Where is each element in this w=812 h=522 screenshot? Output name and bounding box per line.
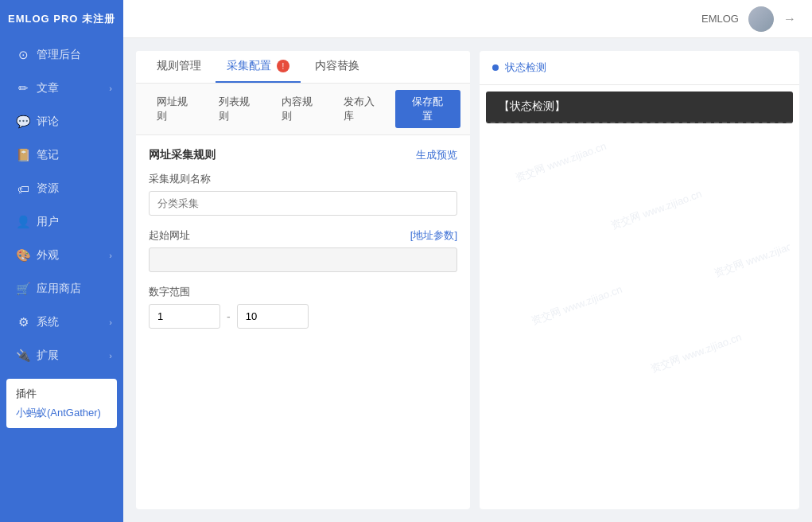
topbar-right: EMLOG → [701, 6, 796, 32]
avatar[interactable] [748, 6, 774, 32]
tab-rules[interactable]: 规则管理 [146, 51, 212, 83]
watermark-5: 资交网 www.zijiao.cn [649, 330, 744, 376]
sidebar-item-resource[interactable]: 🏷 资源 [0, 172, 123, 205]
watermark-area: 资交网 www.zijiao.cn 资交网 www.zijiao.cn 资交网 … [489, 139, 790, 500]
user-icon: 👤 [16, 215, 30, 229]
sidebar-item-system[interactable]: ⚙ 系统 › [0, 306, 123, 339]
topbar: EMLOG PRO 未注册 EMLOG → [0, 0, 812, 38]
rule-name-group: 采集规则名称 [149, 172, 457, 216]
sidebar-item-article[interactable]: ✏ 文章 › [0, 72, 123, 105]
start-url-group: 起始网址 [地址参数] [149, 228, 457, 272]
extend-icon: 🔌 [16, 349, 30, 363]
tab-list-rule[interactable]: 列表规则 [208, 90, 270, 128]
sidebar-item-label: 扩展 [37, 349, 59, 363]
range-from-input[interactable] [149, 304, 220, 329]
tab-url-rule[interactable]: 网址规则 [146, 90, 208, 128]
watermark-3: 资交网 www.zijiao.cn [713, 235, 790, 281]
url-input[interactable] [149, 247, 457, 272]
sidebar-item-label: 外观 [37, 248, 59, 263]
appstore-icon: 🛒 [16, 282, 30, 296]
avatar-image [748, 6, 774, 32]
sidebar-item-label: 文章 [37, 81, 59, 95]
sidebar-item-note[interactable]: 📔 笔记 [0, 138, 123, 172]
plugin-box: 插件 小蚂蚁(AntGather) [6, 379, 117, 428]
sidebar-item-appstore[interactable]: 🛒 应用商店 [0, 272, 123, 306]
tab-collect[interactable]: 采集配置 ! [216, 51, 301, 83]
topbar-emlog-label: EMLOG [701, 13, 739, 25]
logout-button[interactable]: → [783, 12, 796, 26]
tab-publish[interactable]: 发布入库 [332, 90, 394, 128]
sidebar-item-label: 应用商店 [37, 282, 81, 296]
tab-row-1: 规则管理 采集配置 ! 内容替换 [136, 51, 470, 84]
range-separator: - [227, 310, 231, 323]
form-area: 网址采集规则 生成预览 采集规则名称 起始网址 [地址参数] 数字范围 [136, 135, 470, 509]
tab-content-rule[interactable]: 内容规则 [270, 90, 332, 128]
sidebar-item-user[interactable]: 👤 用户 [0, 205, 123, 239]
save-config-button[interactable]: 保存配置 [395, 90, 460, 128]
appearance-icon: 🎨 [16, 248, 30, 263]
range-inputs: - [149, 304, 457, 329]
comment-icon: 💬 [16, 115, 30, 129]
watermark-1: 资交网 www.zijiao.cn [514, 139, 609, 185]
range-to-input[interactable] [237, 304, 309, 329]
plugin-box-title: 插件 [16, 387, 107, 401]
chevron-right-icon: › [109, 351, 112, 360]
watermark-2: 资交网 www.zijiao.cn [609, 187, 705, 233]
status-dark-bar: 【状态检测】 [486, 92, 793, 123]
range-label: 数字范围 [149, 285, 457, 299]
section-title: 网址采集规则 生成预览 [149, 148, 457, 162]
tab-replace[interactable]: 内容替换 [304, 51, 371, 83]
collect-badge: ! [277, 60, 289, 72]
chevron-right-icon: › [109, 317, 112, 327]
dashboard-icon: ⊙ [16, 48, 30, 62]
article-icon: ✏ [16, 81, 30, 95]
tab-row-2: 网址规则 列表规则 内容规则 发布入库 保存配置 [136, 84, 470, 135]
right-panel: 状态检测 【状态检测】 资交网 www.zijiao.cn 资交网 www.zi… [480, 51, 799, 509]
status-indicator [492, 64, 499, 71]
generate-preview-link[interactable]: 生成预览 [416, 148, 457, 162]
status-title: 状态检测 [505, 60, 546, 75]
sidebar-item-label: 用户 [37, 215, 59, 229]
url-label: 起始网址 [149, 228, 190, 243]
rule-name-label: 采集规则名称 [149, 172, 457, 186]
sidebar-item-extend[interactable]: 🔌 扩展 › [0, 339, 123, 372]
sidebar-item-label: 笔记 [37, 148, 59, 162]
sidebar-item-appearance[interactable]: 🎨 外观 › [0, 239, 123, 272]
sidebar-item-label: 管理后台 [37, 48, 81, 62]
range-group: 数字范围 - [149, 285, 457, 329]
system-icon: ⚙ [16, 315, 30, 329]
resource-icon: 🏷 [16, 182, 30, 196]
right-panel-header: 状态检测 [480, 51, 799, 85]
sidebar: ⊙ 管理后台 ✏ 文章 › 💬 评论 📔 笔记 🏷 资源 👤 用户 🎨 外观 › [0, 38, 123, 522]
sidebar-item-label: 系统 [37, 315, 59, 329]
chevron-right-icon: › [109, 84, 112, 93]
chevron-right-icon: › [109, 251, 112, 260]
right-panel-body: 资交网 www.zijiao.cn 资交网 www.zijiao.cn 资交网 … [480, 130, 799, 509]
sidebar-item-label: 评论 [37, 115, 59, 129]
note-icon: 📔 [16, 148, 30, 162]
watermark-4: 资交网 www.zijiao.cn [530, 282, 625, 329]
url-params-link[interactable]: [地址参数] [410, 228, 457, 243]
sidebar-item-label: 资源 [37, 181, 59, 196]
topbar-logo: EMLOG PRO 未注册 [0, 0, 123, 38]
sidebar-item-dashboard[interactable]: ⊙ 管理后台 [0, 38, 123, 72]
main-content: 规则管理 采集配置 ! 内容替换 网址规则 列表规则 内 [123, 38, 812, 522]
layout: ⊙ 管理后台 ✏ 文章 › 💬 评论 📔 笔记 🏷 资源 👤 用户 🎨 外观 › [0, 38, 812, 522]
sidebar-item-comment[interactable]: 💬 评论 [0, 105, 123, 138]
left-panel: 规则管理 采集配置 ! 内容替换 网址规则 列表规则 内 [136, 51, 470, 509]
rule-name-input[interactable] [149, 191, 457, 216]
plugin-link[interactable]: 小蚂蚁(AntGather) [16, 407, 101, 419]
